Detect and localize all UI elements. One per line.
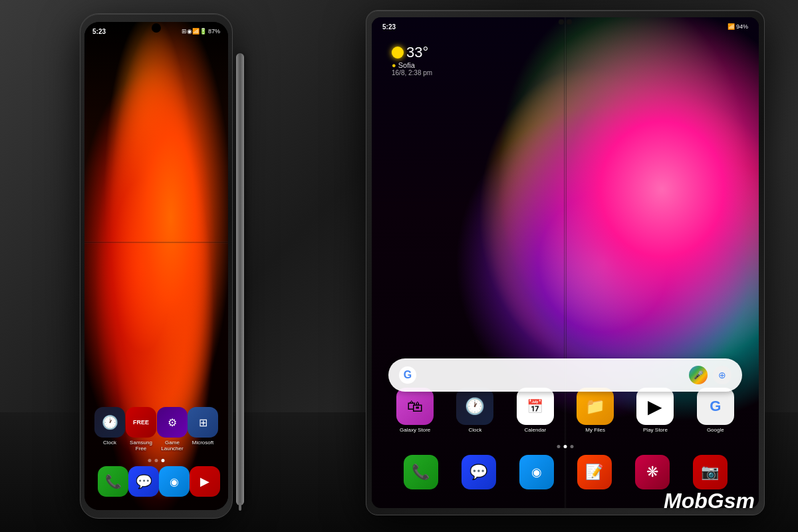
lens-icon[interactable]: ⊕	[713, 366, 732, 384]
galaxy-store-label: Galaxy Store	[400, 427, 430, 433]
youtube-dock-icon-left[interactable]: ▶	[190, 466, 220, 497]
dock-left: 📞 💬 ◉ ▶	[84, 466, 228, 497]
phone-right: 5:23 📶 94% 33° ● Sofia 16/8, 2:38 pm G	[366, 10, 765, 515]
samsung-free-icon[interactable]: FREE	[126, 407, 156, 438]
status-icons-right: 📶 94%	[728, 23, 748, 30]
weather-temp: 33°	[406, 44, 428, 61]
weather-widget: 33° ● Sofia 16/8, 2:38 pm	[392, 44, 432, 76]
dock-notes-right[interactable]: 📝	[577, 455, 612, 489]
clock-label-left: Clock	[103, 440, 116, 446]
dock-messages-left[interactable]: 💬	[128, 466, 159, 497]
clock-icon-left[interactable]: 🕐	[94, 407, 125, 438]
myfiles-label: My Files	[585, 427, 605, 433]
messages-icon-dock-right[interactable]: 💬	[462, 455, 496, 489]
cam-dot-2	[567, 19, 572, 25]
page-dot-active	[162, 459, 165, 462]
phone-left: 5:23 ⊞◉📶🔋87% 🕐 Clock	[80, 13, 233, 519]
fold-crease-left	[84, 241, 228, 243]
app-google-right[interactable]: G Google	[697, 388, 734, 433]
dock-bixby-left[interactable]: ◉	[159, 466, 190, 497]
weather-city: ● Sofia	[392, 61, 432, 69]
app-calendar-right[interactable]: 📅 Calendar	[517, 388, 554, 433]
cam-dot-1	[559, 19, 564, 25]
google-g-icon: G	[399, 366, 416, 384]
clock-icon-right[interactable]: 🕐	[456, 388, 493, 425]
s-pen	[236, 53, 244, 505]
front-camera-left	[152, 23, 161, 33]
game-launcher-icon[interactable]: ⚙	[157, 407, 188, 438]
bixby-dock-icon-left[interactable]: ◉	[159, 466, 190, 497]
page-dot-active	[564, 445, 567, 448]
page-dot	[148, 459, 152, 462]
front-camera-right	[559, 19, 572, 25]
game-launcher-label: Game Launcher	[158, 440, 187, 452]
search-right-icons: 🎤 ⊕	[689, 366, 732, 384]
dock-youtube-left[interactable]: ▶	[190, 466, 220, 497]
dock-bixby-right[interactable]: ◉	[519, 455, 554, 489]
app-samsung-free-left[interactable]: FREE Samsung Free	[125, 407, 157, 452]
galaxy-store-icon[interactable]: 🛍	[396, 388, 434, 425]
dock-messages-right[interactable]: 💬	[462, 455, 496, 489]
app-clock-right[interactable]: 🕐 Clock	[456, 388, 493, 433]
messages-dock-icon-left[interactable]: 💬	[128, 466, 159, 497]
page-dots-left	[148, 459, 165, 462]
dock-flower-right[interactable]: ❋	[635, 455, 670, 489]
play-store-icon[interactable]: ▶	[636, 388, 674, 425]
mic-icon[interactable]: 🎤	[689, 366, 708, 384]
flower-icon-dock-right[interactable]: ❋	[635, 455, 670, 489]
app-myfiles-right[interactable]: 📁 My Files	[577, 388, 614, 433]
app-play-store[interactable]: ▶ Play Store	[636, 388, 674, 433]
google-label: Google	[707, 427, 724, 433]
samsung-free-label: Samsung Free	[125, 440, 157, 452]
phone-left-screen: 5:23 ⊞◉📶🔋87% 🕐 Clock	[84, 22, 228, 510]
dock-camera-right[interactable]: 📷	[693, 455, 728, 489]
phone-dock-icon-left[interactable]: 📞	[98, 466, 128, 497]
dock-phone-left[interactable]: 📞	[98, 466, 128, 497]
volume-up-left[interactable]	[80, 107, 80, 134]
microsoft-icon[interactable]: ⊞	[188, 407, 218, 438]
apps-area-left: 🕐 Clock FREE Samsung Free ⚙	[84, 407, 228, 457]
app-galaxy-store[interactable]: 🛍 Galaxy Store	[396, 388, 434, 433]
clock-label-right: Clock	[468, 427, 481, 433]
google-icon[interactable]: G	[697, 388, 734, 425]
mobgsm-watermark: MobGsm	[664, 489, 755, 513]
app-clock-left[interactable]: 🕐 Clock	[94, 407, 125, 452]
app-microsoft[interactable]: ⊞ Microsoft	[188, 407, 218, 452]
page-dot	[155, 459, 158, 462]
app-game-launcher[interactable]: ⚙ Game Launcher	[157, 407, 188, 452]
app-row-left: 🕐 Clock FREE Samsung Free ⚙	[94, 407, 218, 452]
phone-left-body: 5:23 ⊞◉📶🔋87% 🕐 Clock	[80, 13, 233, 519]
fold-crease-right	[564, 17, 567, 508]
power-button-right[interactable]	[764, 130, 765, 170]
phone-icon-dock-right[interactable]: 📞	[404, 455, 438, 489]
search-bar[interactable]: G 🎤 ⊕	[388, 358, 742, 392]
calendar-icon[interactable]: 📅	[517, 388, 554, 425]
play-store-label: Play Store	[643, 427, 668, 433]
power-button-left[interactable]	[232, 120, 233, 160]
time-left: 5:23	[92, 28, 106, 35]
camera-icon-dock-right[interactable]: 📷	[693, 455, 728, 489]
myfiles-icon[interactable]: 📁	[577, 388, 614, 425]
weather-sun-icon	[392, 47, 404, 59]
notes-icon-dock-right[interactable]: 📝	[577, 455, 612, 489]
s-pen-tip	[239, 503, 241, 511]
time-right: 5:23	[382, 23, 396, 31]
calendar-label: Calendar	[525, 427, 546, 433]
dock-phone-right[interactable]: 📞	[404, 455, 438, 489]
weather-date: 16/8, 2:38 pm	[392, 69, 432, 76]
microsoft-label: Microsoft	[192, 440, 213, 446]
phone-right-body: 5:23 📶 94% 33° ● Sofia 16/8, 2:38 pm G	[366, 10, 765, 515]
volume-down-left[interactable]	[80, 140, 80, 167]
page-dot	[557, 445, 561, 448]
status-icons-left: ⊞◉📶🔋87%	[182, 28, 220, 35]
page-dots-right	[557, 445, 574, 448]
bixby-icon-dock-right[interactable]: ◉	[519, 455, 554, 489]
phone-right-screen: 5:23 📶 94% 33° ● Sofia 16/8, 2:38 pm G	[372, 17, 759, 508]
page-dot	[571, 445, 574, 448]
